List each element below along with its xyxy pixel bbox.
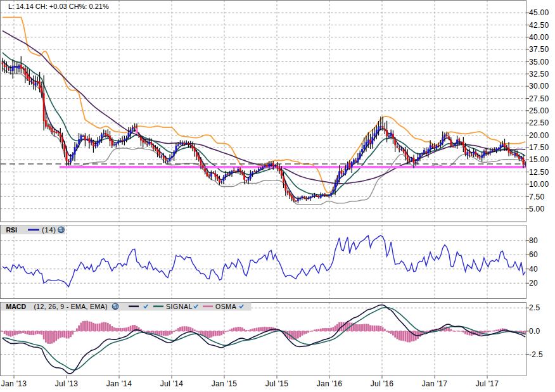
svg-text:37.50: 37.50 bbox=[529, 45, 549, 54]
svg-text:45.00: 45.00 bbox=[529, 8, 549, 17]
svg-text:17.50: 17.50 bbox=[529, 143, 549, 152]
svg-text:Jul '14: Jul '14 bbox=[160, 379, 183, 388]
svg-text:20.00: 20.00 bbox=[529, 131, 549, 140]
svg-text:Jul '17: Jul '17 bbox=[476, 379, 499, 388]
svg-text:10.00: 10.00 bbox=[529, 180, 549, 189]
svg-text:15.00: 15.00 bbox=[529, 155, 549, 164]
svg-text:27.50: 27.50 bbox=[529, 94, 549, 103]
svg-text:80: 80 bbox=[529, 236, 538, 245]
svg-text:Jul '16: Jul '16 bbox=[371, 379, 393, 388]
svg-text:2.5: 2.5 bbox=[529, 303, 540, 312]
svg-text:Jan '14: Jan '14 bbox=[106, 379, 132, 388]
svg-text:SIGNAL: SIGNAL bbox=[166, 303, 193, 310]
svg-text:(14): (14) bbox=[42, 226, 56, 234]
svg-text:0.0: 0.0 bbox=[529, 327, 540, 336]
svg-text:20: 20 bbox=[529, 279, 538, 288]
svg-text:30.00: 30.00 bbox=[529, 82, 549, 91]
svg-text:Jan '17: Jan '17 bbox=[422, 379, 447, 388]
svg-text:OSMA: OSMA bbox=[215, 303, 236, 310]
svg-text:-2.5: -2.5 bbox=[529, 350, 543, 359]
svg-text:25.00: 25.00 bbox=[529, 106, 549, 115]
svg-text:Jul '15: Jul '15 bbox=[265, 379, 288, 388]
svg-text:Jan '13: Jan '13 bbox=[1, 379, 27, 388]
svg-text:Jan '15: Jan '15 bbox=[212, 379, 237, 388]
svg-text:60: 60 bbox=[529, 250, 538, 259]
svg-text:40: 40 bbox=[529, 265, 538, 274]
svg-text:MACD: MACD bbox=[6, 303, 27, 310]
svg-text:32.50: 32.50 bbox=[529, 70, 549, 79]
svg-text:12.50: 12.50 bbox=[529, 168, 549, 177]
svg-text:35.00: 35.00 bbox=[529, 58, 549, 66]
svg-text:(12, 26, 9 - EMA, EMA): (12, 26, 9 - EMA, EMA) bbox=[34, 303, 108, 310]
svg-text:7.50: 7.50 bbox=[529, 193, 545, 201]
svg-text:5.00: 5.00 bbox=[529, 205, 545, 213]
svg-text:40.00: 40.00 bbox=[529, 33, 549, 42]
svg-text:L: 14.14 CH: +0.03 CH%: 0.21%: L: 14.14 CH: +0.03 CH%: 0.21% bbox=[8, 3, 109, 10]
svg-text:Jul '13: Jul '13 bbox=[55, 379, 78, 388]
svg-text:42.50: 42.50 bbox=[529, 21, 549, 30]
svg-text:22.50: 22.50 bbox=[529, 118, 549, 127]
svg-text:RSI: RSI bbox=[6, 226, 18, 234]
svg-text:Jan '16: Jan '16 bbox=[317, 379, 342, 388]
